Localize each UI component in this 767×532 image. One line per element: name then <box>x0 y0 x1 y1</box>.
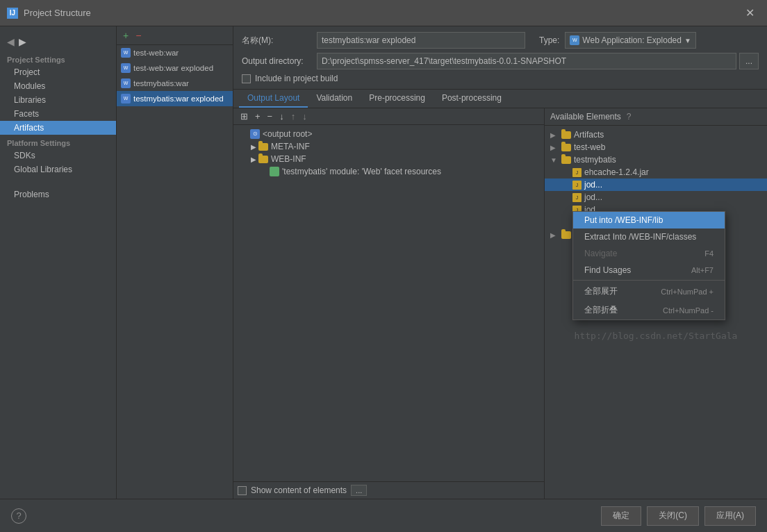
left-tree-panel: ⊞ + − ↓ ↑ ↓ ⊙ <output root> <box>233 108 545 499</box>
avail-node-jod2[interactable]: J jod... <box>545 191 767 203</box>
type-select[interactable]: W Web Application: Exploded ▼ <box>565 32 695 49</box>
type-dropdown-arrow: ▼ <box>684 37 691 44</box>
available-elements-help[interactable]: ? <box>627 112 632 122</box>
toggle-avail-testpar[interactable]: ▶ <box>550 231 561 239</box>
apply-btn[interactable]: 应用(A) <box>704 506 756 526</box>
tree-more-btn[interactable]: ... <box>351 485 367 496</box>
ctx-find-usages[interactable]: Find Usages Alt+F7 <box>573 262 725 279</box>
toggle-avail-testmybatis[interactable]: ▼ <box>550 156 561 164</box>
artifact-item-0[interactable]: W test-web:war <box>117 45 233 60</box>
sidebar-item-facets[interactable]: Facets <box>0 107 116 121</box>
jar-icon-ehcache: J <box>572 168 582 177</box>
testmybatis-web-label: 'testmybatis' module: 'Web' facet resour… <box>282 167 441 176</box>
tab-output-layout[interactable]: Output Layout <box>239 90 308 108</box>
toggle-testmybatis-web[interactable] <box>260 167 270 176</box>
ctx-put-into-lib[interactable]: Put into /WEB-INF/lib <box>573 212 725 228</box>
sidebar-item-global-libraries[interactable]: Global Libraries <box>0 163 116 176</box>
help-btn[interactable]: ? <box>11 508 26 524</box>
artifact-item-3[interactable]: W testmybatis:war exploded <box>117 91 233 106</box>
nav-forward[interactable]: ▶ <box>19 36 26 47</box>
avail-testmybatis-label: testmybatis <box>574 155 616 165</box>
tabs-row: Output Layout Validation Pre-processing … <box>233 90 767 108</box>
output-dir-input[interactable] <box>317 53 736 69</box>
tree-node-output-root[interactable]: ⊙ <output root> <box>233 128 544 140</box>
remove-artifact-btn[interactable]: − <box>133 29 143 42</box>
tree-tool-add[interactable]: + <box>252 110 263 122</box>
bottom-left: ? <box>11 508 26 524</box>
tab-post-processing[interactable]: Post-processing <box>434 90 510 108</box>
artifact-item-2[interactable]: W testmybatis:war <box>117 76 233 91</box>
toggle-web-inf[interactable]: ▶ <box>249 154 258 164</box>
sidebar-item-problems[interactable]: Problems <box>0 188 116 201</box>
war-icon-2: W <box>121 78 131 88</box>
title-bar-left: IJ Project Structure <box>7 8 91 19</box>
avail-artifacts-label: Artifacts <box>574 130 604 140</box>
war-exploded-icon: W <box>121 63 131 73</box>
jar-icon-jod2: J <box>572 193 582 202</box>
dir-input-row: ... <box>317 53 759 69</box>
name-row: 名称(M): Type: W Web Application: Exploded… <box>242 32 759 49</box>
sidebar-nav: ◀ ▶ <box>0 32 116 51</box>
avail-node-ehcache[interactable]: J ehcache-1.2.4.jar <box>545 166 767 178</box>
toggle-avail-artifacts[interactable]: ▶ <box>550 131 561 139</box>
toggle-meta-inf[interactable]: ▶ <box>249 142 258 151</box>
sidebar-item-project[interactable]: Project <box>0 65 116 79</box>
avail-artifacts-folder <box>561 131 571 139</box>
avail-node-artifacts[interactable]: ▶ Artifacts <box>545 128 767 141</box>
avail-testmybatis-folder <box>561 156 571 164</box>
close-dialog-btn[interactable]: 关闭(C) <box>647 506 699 526</box>
avail-node-jod1[interactable]: J jod... <box>545 178 767 191</box>
nav-back[interactable]: ◀ <box>7 36 15 47</box>
tree-tool-remove[interactable]: − <box>265 110 276 122</box>
tree-bottom: Show content of elements ... <box>233 481 544 499</box>
platform-settings-title: Platform Settings <box>0 135 116 149</box>
add-artifact-btn[interactable]: + <box>121 29 131 42</box>
close-button[interactable]: ✕ <box>740 3 760 22</box>
avail-testpar-folder <box>561 231 571 239</box>
sidebar-item-modules[interactable]: Modules <box>0 79 116 93</box>
avail-test-web-folder <box>561 144 571 151</box>
ctx-collapse-all[interactable]: 全部折叠 Ctrl+NumPad - <box>573 301 725 319</box>
ctx-navigate[interactable]: Navigate F4 <box>573 245 725 262</box>
tab-validation[interactable]: Validation <box>308 90 361 108</box>
type-value: Web Application: Exploded <box>582 35 682 45</box>
tree-tool-grid[interactable]: ⊞ <box>238 110 251 122</box>
tree-node-meta-inf[interactable]: ▶ META-INF <box>233 140 544 153</box>
output-label: Output directory: <box>242 56 311 66</box>
sidebar-item-sdks[interactable]: SDKs <box>0 149 116 163</box>
artifact-toolbar: + − <box>117 26 233 45</box>
output-root-label: <output root> <box>263 129 312 139</box>
meta-inf-folder-icon <box>258 143 268 151</box>
artifact-list: W test-web:war W test-web:war exploded W… <box>117 45 233 499</box>
toggle-output-root[interactable] <box>240 129 250 139</box>
sidebar-item-libraries[interactable]: Libraries <box>0 93 116 107</box>
tree-node-web-inf[interactable]: ▶ WEB-INF <box>233 153 544 165</box>
tree-tool-sort[interactable]: ↓ <box>299 110 310 122</box>
web-facet-icon <box>270 167 279 176</box>
sidebar-item-artifacts[interactable]: Artifacts <box>0 121 116 135</box>
bottom-bar: ? 确定 关闭(C) 应用(A) <box>0 499 767 532</box>
jar-icon-jod1: J <box>572 181 582 190</box>
show-content-checkbox[interactable] <box>238 486 247 495</box>
main-layout: ◀ ▶ Project Settings Project Modules Lib… <box>0 26 767 499</box>
avail-node-test-web[interactable]: ▶ test-web <box>545 141 767 153</box>
include-checkbox[interactable] <box>242 74 251 83</box>
name-input[interactable] <box>317 32 525 49</box>
avail-node-testmybatis[interactable]: ▼ testmybatis <box>545 153 767 166</box>
tree-tool-move-up[interactable]: ↑ <box>288 110 299 122</box>
include-row: Include in project build <box>242 74 759 83</box>
toggle-avail-test-web[interactable]: ▶ <box>550 144 561 151</box>
ok-btn[interactable]: 确定 <box>601 506 641 526</box>
browse-btn[interactable]: ... <box>739 53 759 69</box>
avail-jod2-label: jod... <box>584 192 602 202</box>
window-title: Project Structure <box>24 8 91 18</box>
tree-node-testmybatis-web[interactable]: 'testmybatis' module: 'Web' facet resour… <box>233 165 544 178</box>
tree-tool-move-down[interactable]: ↓ <box>277 110 287 122</box>
sidebar: ◀ ▶ Project Settings Project Modules Lib… <box>0 26 117 499</box>
tab-pre-processing[interactable]: Pre-processing <box>361 90 434 108</box>
ctx-extract-into-classes[interactable]: Extract Into /WEB-INF/classes <box>573 228 725 245</box>
artifact-item-1[interactable]: W test-web:war exploded <box>117 60 233 76</box>
app-icon: IJ <box>7 8 18 19</box>
ctx-expand-all[interactable]: 全部展开 Ctrl+NumPad + <box>573 282 725 301</box>
content-area: 名称(M): Type: W Web Application: Exploded… <box>233 26 767 499</box>
